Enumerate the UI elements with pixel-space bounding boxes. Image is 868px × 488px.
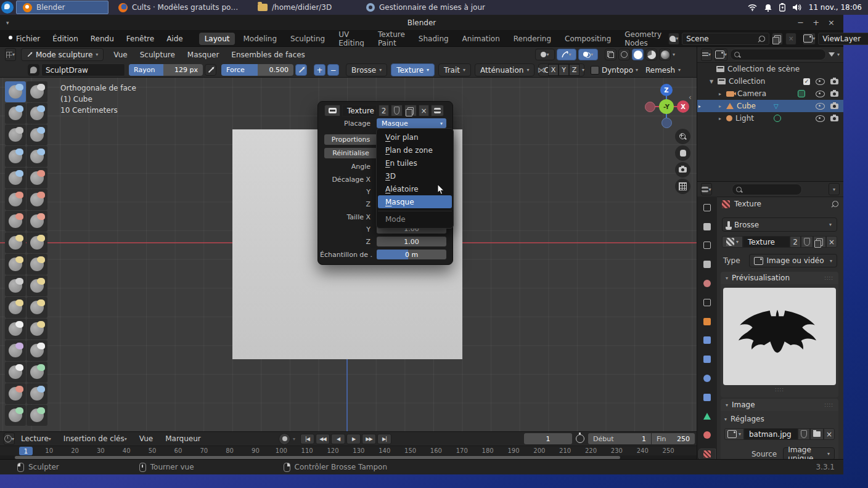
texture-users-button[interactable]: 2 (790, 236, 801, 248)
outliner-search-input[interactable] (730, 49, 826, 60)
gizmo-neg-x-axis[interactable] (645, 102, 655, 112)
add-brush-button[interactable]: + (314, 64, 326, 76)
image-name-field[interactable]: batman.jpg (744, 428, 798, 440)
frame-end-field[interactable]: Fin250 (652, 433, 695, 444)
viewport-menu-masquer[interactable]: Masquer (181, 51, 226, 59)
disable-render-icon[interactable] (830, 91, 838, 97)
timeline-menu-insertion-de-clés[interactable]: Insertion de clés ▾ (57, 434, 133, 443)
timeline-menu-vue[interactable]: Vue (133, 434, 159, 443)
resize-grip[interactable]: :::: (723, 387, 836, 392)
camera-view-button[interactable] (675, 162, 690, 177)
pan-hand-button[interactable] (675, 145, 690, 161)
properties-tab-object[interactable] (699, 317, 715, 327)
shading-solid-button[interactable] (632, 49, 644, 60)
image-panel-header[interactable]: ▾Image:::: (721, 399, 838, 411)
strength-pressure-button[interactable] (295, 64, 307, 76)
scene-unlink-button[interactable]: × (785, 33, 796, 45)
expand-caret-icon[interactable]: ▸ (717, 91, 723, 97)
sample-bias-slider[interactable]: 0 m (377, 250, 446, 259)
brush-name-field[interactable]: SculptDraw (41, 63, 125, 76)
properties-options-button[interactable]: ▾ (829, 183, 840, 195)
disable-render-icon[interactable] (830, 104, 838, 109)
sculpt-brush-button-27[interactable] (5, 362, 26, 383)
expand-caret-icon[interactable]: ▸ (717, 104, 723, 109)
panel-dropdown-atténuation[interactable]: Atténuation▾ (475, 63, 534, 76)
menu-fichier[interactable]: Fichier (10, 35, 46, 43)
scene-new-button[interactable] (772, 33, 783, 45)
texture-users-button[interactable]: 2 (379, 105, 389, 116)
properties-tab-physics[interactable] (699, 373, 715, 383)
sculpt-brush-button-26[interactable] (27, 340, 47, 361)
shading-rendered-button[interactable] (659, 49, 671, 60)
size-z-field[interactable]: 1.00 (377, 237, 446, 246)
sculpt-brush-button-11[interactable] (5, 189, 26, 210)
pin-icon[interactable] (831, 200, 840, 208)
outliner-editor-type-button[interactable]: ▾ (701, 49, 712, 61)
sculpt-brush-button-20[interactable] (27, 275, 47, 296)
fake-user-button[interactable] (798, 428, 810, 440)
properties-editor-type-button[interactable]: ▾ (701, 183, 712, 195)
timeline-menu-marqueur[interactable]: Marqueur (159, 434, 207, 443)
sculpt-brush-button-2[interactable] (27, 81, 47, 102)
xray-toggle-button[interactable] (605, 49, 616, 60)
play-reverse-button[interactable]: ◀ (331, 434, 345, 444)
settings-subpanel-header[interactable]: ▾Réglages (724, 413, 835, 425)
fake-user-button[interactable] (391, 105, 403, 116)
properties-tab-constraints[interactable] (699, 392, 715, 402)
sculpt-brush-button-16[interactable] (27, 232, 47, 253)
mirror-z-button[interactable]: Z (569, 64, 579, 76)
notifications-icon[interactable] (764, 4, 772, 12)
tab-shading[interactable]: Shading (413, 33, 454, 45)
sculpt-brush-button-19[interactable] (5, 275, 26, 296)
properties-tab-modifiers[interactable] (699, 335, 715, 345)
play-button[interactable]: ▶ (346, 434, 361, 444)
mesh-data-icon[interactable]: ▽ (774, 103, 779, 110)
image-browse-button[interactable]: ▾ (724, 428, 744, 440)
sculpt-brush-button-15[interactable] (5, 232, 26, 253)
light-data-icon[interactable] (774, 115, 781, 122)
sculpt-brush-button-29[interactable] (5, 383, 26, 404)
gizmo-x-axis[interactable]: X (677, 100, 689, 113)
dyntopo-dropdown-icon[interactable]: ▾ (636, 67, 638, 73)
sculpt-brush-button-6[interactable] (27, 124, 47, 145)
scene-field[interactable]: Scene (682, 33, 769, 45)
texture-name-field[interactable]: Texture (743, 236, 790, 248)
viewlayer-browse-button[interactable]: ▾ (803, 33, 816, 45)
disable-render-icon[interactable] (830, 116, 838, 121)
strength-slider[interactable]: Force0.500 (221, 64, 293, 76)
editor-type-button[interactable]: ▾ (5, 48, 16, 61)
remesh-label[interactable]: Remesh (645, 66, 675, 75)
sculpt-brush-button-14[interactable] (27, 211, 47, 232)
sculpt-brush-button-28[interactable] (27, 362, 47, 383)
properties-tab-particles[interactable] (699, 354, 715, 364)
timeline-editor-type-button[interactable]: ▾ (4, 433, 15, 445)
unlink-texture-button[interactable]: × (419, 105, 429, 116)
taskbar-window-button[interactable]: Blender (16, 1, 108, 14)
sculpt-brush-button-31[interactable] (5, 405, 26, 426)
disable-render-icon[interactable] (830, 79, 838, 84)
mapping-dropdown[interactable]: Masque▾ (377, 118, 446, 128)
taskbar-window-button[interactable]: Gestionnaire de mises à jour (360, 1, 491, 14)
remesh-dropdown-icon[interactable]: ▾ (678, 67, 681, 73)
timeline-menu-lecture[interactable]: Lecture ▾ (15, 434, 57, 443)
menu-rendu[interactable]: Rendu (84, 35, 120, 43)
viewport-menu-vue[interactable]: Vue (107, 51, 133, 59)
dyntopo-checkbox[interactable] (591, 66, 599, 75)
unlink-button[interactable]: × (826, 236, 837, 248)
sculpt-brush-button-18[interactable] (27, 254, 47, 275)
properties-tab-texture[interactable] (699, 449, 715, 459)
playhead-frame-badge[interactable]: 1 (19, 447, 33, 455)
tab-animation[interactable]: Animation (457, 33, 506, 45)
fake-user-button[interactable] (801, 236, 813, 248)
properties-tab-object-data[interactable] (699, 412, 715, 421)
hide-eye-icon[interactable] (816, 115, 825, 122)
gizmo-options-button[interactable]: ▾ (535, 49, 555, 60)
new-texture-button[interactable] (404, 105, 417, 116)
sculpt-brush-button-12[interactable] (27, 189, 47, 210)
tab-compositing[interactable]: Compositing (559, 33, 616, 45)
radius-slider[interactable]: Rayon129 px (129, 64, 203, 76)
texture-browse-button[interactable] (324, 105, 340, 116)
sidebar-collapse-icon[interactable]: ‹ (689, 93, 692, 102)
show-gizmo-button[interactable]: ▾ (557, 49, 576, 60)
properties-tab-scene[interactable] (699, 259, 715, 269)
